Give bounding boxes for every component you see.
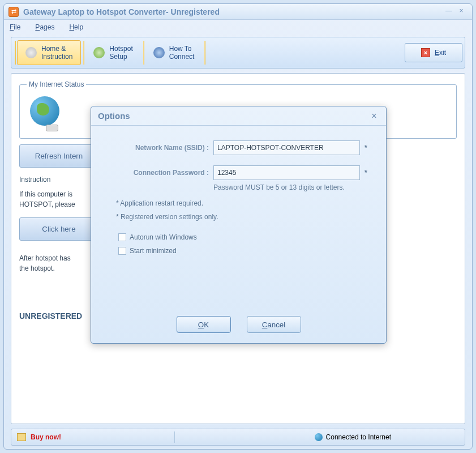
note-registered: * Registered version settings only. <box>116 213 372 221</box>
required-asterisk: * <box>364 144 372 152</box>
cart-icon <box>17 433 26 441</box>
click-here-button[interactable]: Click here <box>19 217 98 241</box>
hotspot-icon <box>93 47 105 58</box>
toolbar-separator <box>83 41 84 65</box>
tab-how-to-connect[interactable]: How ToConnect <box>145 40 203 65</box>
required-asterisk: * <box>364 169 372 177</box>
refresh-internet-button[interactable]: Refresh Intern <box>19 144 98 168</box>
autorun-label: Autorun with Windows <box>130 233 197 241</box>
connection-icon <box>315 433 323 441</box>
minimize-button[interactable]: — <box>443 7 455 17</box>
connection-status: Connected to Internet <box>326 433 391 441</box>
password-label: Connection Password : <box>105 169 209 177</box>
exit-button[interactable]: × Exit <box>405 43 462 62</box>
ssid-input[interactable] <box>213 140 360 155</box>
start-minimized-label: Start minimized <box>130 247 177 255</box>
tab-home-instruction[interactable]: Home &Instruction <box>17 40 81 65</box>
toolbar-separator <box>143 41 144 65</box>
start-minimized-checkbox[interactable] <box>118 247 126 255</box>
password-input[interactable] <box>213 165 360 180</box>
window-title: Gateway Laptop to Hotspot Converter- Unr… <box>23 7 443 16</box>
dialog-buttons: OK Cancel <box>91 310 386 343</box>
menubar: File Pages Help <box>4 20 472 35</box>
tab-hotspot-setup[interactable]: HotspotSetup <box>85 40 140 65</box>
toolbar: Home &Instruction HotspotSetup How ToCon… <box>11 37 465 69</box>
dialog-title: Options <box>98 111 369 121</box>
titlebar: ⇄ Gateway Laptop to Hotspot Converter- U… <box>4 4 472 20</box>
note-restart: * Application restart required. <box>116 199 372 207</box>
dialog-body: Network Name (SSID) : * Connection Passw… <box>91 126 386 310</box>
menu-pages[interactable]: Pages <box>35 23 54 31</box>
ok-button[interactable]: OK <box>177 316 231 333</box>
autorun-checkbox[interactable] <box>118 233 126 241</box>
globe-icon <box>27 95 63 131</box>
password-hint: Password MUST be 5 or 13 digits or lette… <box>213 183 372 191</box>
menu-help[interactable]: Help <box>69 23 83 31</box>
dialog-titlebar: Options × <box>91 106 386 126</box>
ssid-label: Network Name (SSID) : <box>105 144 209 152</box>
statusbar: Buy now! Connected to Internet <box>11 429 465 446</box>
home-icon <box>25 47 37 58</box>
cancel-button[interactable]: Cancel <box>247 316 301 333</box>
close-button[interactable]: × <box>455 7 468 17</box>
dialog-close-button[interactable]: × <box>369 111 379 121</box>
status-legend: My Internet Status <box>27 80 86 88</box>
buy-now-link[interactable]: Buy now! <box>31 433 61 441</box>
close-icon: × <box>421 48 430 57</box>
howto-icon <box>153 47 165 58</box>
options-dialog: Options × Network Name (SSID) : * Connec… <box>91 106 387 344</box>
menu-file[interactable]: File <box>10 23 20 31</box>
toolbar-separator <box>15 41 16 65</box>
toolbar-separator <box>204 41 205 65</box>
app-icon: ⇄ <box>8 7 19 17</box>
